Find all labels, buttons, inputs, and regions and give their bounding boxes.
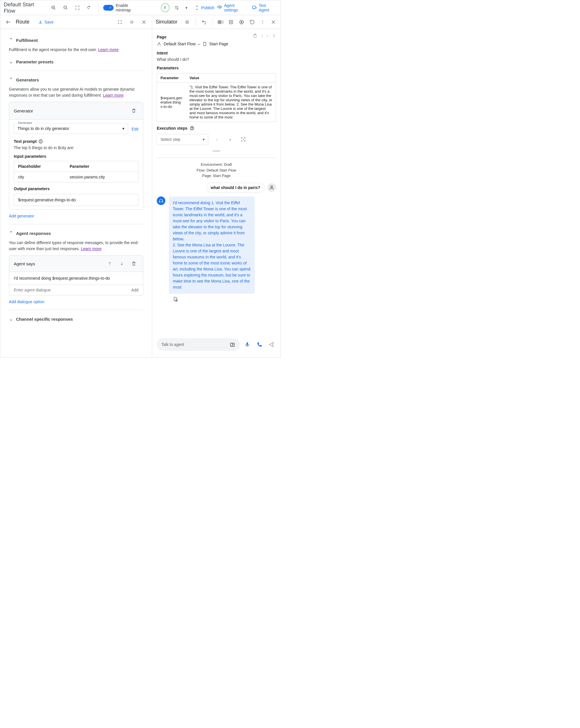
publish-button[interactable]: Publish — [194, 5, 214, 10]
svg-text:i: i — [176, 300, 176, 301]
parameters-table: Parameter Value $request.generative.thin… — [157, 73, 276, 122]
collapse-icon[interactable] — [127, 18, 136, 27]
reset-icon[interactable] — [248, 18, 256, 27]
rotate-icon[interactable] — [85, 3, 94, 12]
delete-icon[interactable] — [129, 106, 138, 115]
minimap-toggle[interactable]: ✓ Enable minimap — [103, 3, 144, 12]
output-params-label: Output parameters — [14, 186, 138, 191]
zoom-out-icon[interactable] — [61, 3, 70, 12]
menu-icon[interactable] — [183, 18, 191, 27]
agent-settings-button[interactable]: Agent settings — [217, 3, 249, 12]
parameter-presets-toggle[interactable]: ⌄ Parameter presets — [9, 55, 143, 68]
svg-point-32 — [158, 45, 159, 46]
avatar[interactable]: F — [161, 3, 170, 12]
learn-more-link[interactable]: Learn more — [98, 47, 119, 52]
test-agent-button[interactable]: Test Agent — [252, 3, 277, 12]
person-icon — [267, 183, 276, 192]
help-icon[interactable] — [190, 126, 194, 131]
step-select[interactable]: Select step▾ — [157, 134, 208, 145]
table-row: $request.generative.things-to-do "1. Vis… — [157, 83, 276, 122]
fulfillment-section-toggle[interactable]: ⌃ Fulfillment — [9, 33, 143, 47]
resize-handle[interactable] — [157, 150, 276, 152]
svg-point-39 — [271, 186, 273, 188]
learn-more-link[interactable]: Learn more — [103, 93, 123, 98]
step-next-icon[interactable]: › — [225, 135, 235, 144]
undo-icon[interactable] — [200, 18, 208, 27]
close-icon[interactable] — [269, 18, 277, 27]
focus-icon[interactable] — [239, 135, 248, 144]
text-prompt-value: The top 5 things to do in $city are: — [14, 146, 138, 150]
agent-responses-toggle[interactable]: ⌃ Agent responses — [9, 227, 143, 240]
fullscreen-icon[interactable] — [115, 18, 125, 27]
execution-steps-label: Execution steps — [157, 126, 276, 131]
sort-icon[interactable] — [172, 3, 181, 12]
svg-point-37 — [192, 129, 192, 129]
add-dialogue-inner[interactable]: Add — [131, 288, 138, 292]
output-param-value[interactable]: $request.generative.things-to-do — [14, 194, 138, 206]
dropdown-caret-icon[interactable]: ▾ — [184, 3, 189, 12]
svg-rect-8 — [252, 6, 255, 8]
user-message: what should I do in paris? — [206, 183, 265, 192]
move-up-icon[interactable] — [105, 259, 114, 268]
agent-message: I'd recommend doing 1. Visit the Eiffel … — [169, 197, 255, 294]
svg-point-7 — [219, 7, 220, 8]
route-title: Route — [16, 19, 29, 25]
svg-point-24 — [262, 20, 263, 21]
close-icon[interactable] — [139, 18, 148, 27]
save-state-icon[interactable] — [227, 18, 235, 27]
collapse-full-icon[interactable] — [272, 33, 276, 38]
file-info-icon[interactable]: i — [173, 296, 276, 302]
svg-point-38 — [243, 139, 244, 140]
dropdown-arrow-icon: ▾ — [122, 126, 125, 131]
svg-line-35 — [159, 43, 160, 45]
channel-responses-toggle[interactable]: ⌄ Channel specific responses — [9, 312, 143, 326]
delete-icon[interactable] — [129, 259, 138, 268]
agent-dialogue-input[interactable] — [14, 288, 131, 292]
status-toggle[interactable] — [218, 20, 224, 24]
more-icon[interactable] — [259, 18, 267, 27]
intent-value: What should I do? — [157, 55, 276, 63]
phone-icon[interactable] — [255, 340, 264, 349]
svg-rect-45 — [247, 342, 248, 345]
svg-line-34 — [158, 43, 159, 45]
move-down-icon[interactable] — [117, 259, 127, 268]
simulator-panel: Simulator Page ‹ › — [152, 15, 280, 357]
generator-card-title: Generator — [14, 108, 33, 113]
clipboard-icon[interactable] — [253, 33, 257, 38]
svg-point-31 — [159, 42, 160, 43]
info-icon — [38, 139, 43, 144]
save-button[interactable]: Save — [38, 20, 54, 24]
divider — [98, 4, 99, 12]
mic-icon[interactable] — [243, 340, 252, 349]
generator-select[interactable]: Generator Things to do in city generator… — [14, 123, 128, 134]
agent-dialogue-value[interactable]: I'd recommend doing $request.generative.… — [9, 272, 143, 285]
text-prompt-label: Text prompt — [14, 139, 138, 144]
page-icon — [202, 42, 207, 46]
chevron-down-icon: ⌄ — [9, 58, 13, 65]
input-send-icon[interactable] — [229, 342, 235, 347]
generators-toggle[interactable]: ⌃ Generators — [9, 73, 143, 86]
svg-rect-41 — [162, 201, 163, 202]
generators-desc: Generators allow you to use generative A… — [9, 86, 143, 98]
agent-responses-desc: You can define different types of respon… — [9, 240, 143, 252]
chat-input[interactable]: Talk to agent — [157, 338, 240, 351]
fulfillment-desc: Fulfillment is the agent response for th… — [9, 47, 143, 53]
zoom-in-icon[interactable] — [49, 3, 58, 12]
add-generator-link[interactable]: Add generator — [9, 214, 34, 218]
prev-icon[interactable]: ‹ — [261, 33, 263, 38]
svg-line-5 — [66, 8, 67, 9]
next-icon[interactable]: › — [267, 33, 268, 38]
learn-more-link[interactable]: Learn more — [81, 246, 102, 251]
environment-info: Environment: Draft Flow: Default Start F… — [157, 162, 276, 179]
send-icon[interactable] — [267, 340, 276, 349]
flow-icon — [157, 42, 161, 46]
svg-rect-40 — [159, 201, 160, 202]
chevron-down-icon: ⌄ — [9, 316, 13, 322]
fit-view-icon[interactable] — [73, 3, 82, 12]
agent-says-card: Agent says I'd recommend doing $request.… — [9, 255, 143, 295]
back-arrow-icon[interactable] — [4, 18, 13, 27]
add-dialogue-option-link[interactable]: Add dialogue option — [9, 300, 45, 304]
play-icon[interactable] — [238, 18, 245, 27]
edit-generator-link[interactable]: Edit — [132, 127, 138, 131]
step-prev-icon[interactable]: ‹ — [212, 135, 222, 144]
